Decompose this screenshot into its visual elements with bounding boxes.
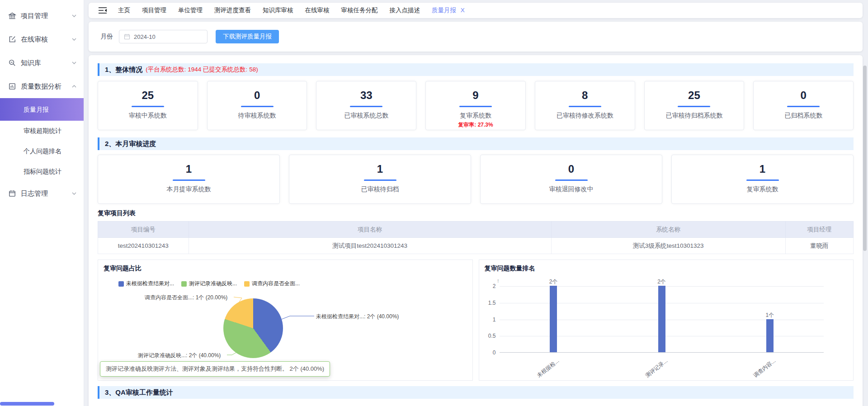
stat-value: 1 <box>672 163 853 175</box>
table-cell: 董晓雨 <box>785 238 853 254</box>
tab-online-review[interactable]: 在线审核 <box>299 6 335 14</box>
sidebar-item-online-review[interactable]: 在线审核 <box>0 28 84 51</box>
bar-value-label: 2个 <box>648 278 675 286</box>
section-overall-header: 1、整体情况 (平台系统总数: 1944 已提交系统总数: 58) <box>98 63 854 76</box>
chevron-down-icon <box>72 192 76 195</box>
horizontal-scrollbar-thumb[interactable] <box>0 402 54 406</box>
stat-value: 0 <box>481 163 662 175</box>
stat-label: 复审系统数 <box>672 185 853 194</box>
month-input-value: 2024-10 <box>134 33 156 40</box>
sidebar-item-log-management[interactable]: 日志管理 <box>0 182 84 205</box>
stat-underline <box>241 106 274 107</box>
sidebar-subitem-review-overdue-stats[interactable]: 审核超期统计 <box>0 121 84 141</box>
tab-close-icon[interactable]: X <box>461 7 465 14</box>
sidebar-subitem-indicator-issue-stats[interactable]: 指标问题统计 <box>0 161 84 182</box>
pie-label-record-accuracy: 测评记录准确反映...: 2个 (40.00%) <box>138 352 221 359</box>
stat-label: 已审核待归档 <box>289 185 471 194</box>
stat-value: 25 <box>98 89 198 102</box>
legend-item[interactable]: 调查内容是否全面... <box>244 280 300 288</box>
sidebar: 项目管理 在线审核 知识库 质量数据分析 质量月报 审核超期统计 个人问题排 <box>0 0 84 406</box>
stat-card: 25已审核待归档系统数 <box>644 81 745 130</box>
knowledge-search-icon <box>8 59 16 67</box>
bar[interactable] <box>658 286 665 352</box>
pie-chart-panel: 复审问题占比 未根据检查结果对...测评记录准确反映...调查内容是否全面...… <box>98 260 473 381</box>
section-title: 2、本月审核进度 <box>105 140 156 148</box>
sidebar-item-label: 在线审核 <box>21 35 72 44</box>
pie-legend: 未根据检查结果对...测评记录准确反映...调查内容是否全面... <box>118 280 300 288</box>
stat-label: 复审系统数 <box>426 112 525 120</box>
sidebar-subitem-quality-monthly-report[interactable]: 质量月报 <box>0 98 84 121</box>
sidebar-item-label: 日志管理 <box>21 189 72 198</box>
col-project-manager: 项目经理 <box>785 222 853 238</box>
bar-chart-panel: 复审问题数量排名 ↑ 00.511.522个未根据检...2个测评记录...1个… <box>479 260 854 381</box>
stat-underline <box>132 106 164 107</box>
legend-item[interactable]: 测评记录准确反映... <box>181 280 237 288</box>
stat-label: 审核退回修改中 <box>481 185 662 194</box>
chevron-down-icon <box>72 14 76 17</box>
sidebar-item-project-management[interactable]: 项目管理 <box>0 4 84 28</box>
tab-knowledge-review[interactable]: 知识库审核 <box>257 6 299 14</box>
chevron-up-icon <box>72 85 76 88</box>
table-row: test202410301243测试项目test202410301243测试3级… <box>98 238 854 254</box>
tab-evaluation-progress[interactable]: 测评进度查看 <box>208 6 257 14</box>
col-system-name: 系统名称 <box>551 222 785 238</box>
table-cell: 测试项目test202410301243 <box>189 238 551 254</box>
y-axis-tick: 0.5 <box>481 333 496 339</box>
month-stats-row: 1本月提审系统数1已审核待归档0审核退回修改中1复审系统数 <box>98 155 854 204</box>
table-header-row: 项目编号 项目名称 系统名称 项目经理 <box>98 222 854 238</box>
tab-unit-management[interactable]: 单位管理 <box>172 6 208 14</box>
stat-value: 1 <box>98 163 279 175</box>
tab-quality-monthly-report[interactable]: 质量月报 X <box>426 6 471 14</box>
pie-tooltip: 测评记录准确反映测评方法、测评对象及测评结果，支持符合性判断。 2个 (40.0… <box>100 361 330 377</box>
edit-icon <box>8 35 16 43</box>
stat-value: 0 <box>754 89 853 102</box>
stat-underline <box>787 106 820 107</box>
bar-plot-area: ↑ 00.511.522个未根据检...2个测评记录...1个调查内容... <box>500 286 824 353</box>
download-report-button[interactable]: 下载测评质量月报 <box>216 30 279 43</box>
y-axis-tick: 2 <box>481 283 496 289</box>
tab-access-point-description[interactable]: 接入点描述 <box>384 6 426 14</box>
sidebar-item-knowledge-base[interactable]: 知识库 <box>0 51 84 75</box>
stat-value: 1 <box>289 163 471 175</box>
stat-underline <box>569 106 601 107</box>
stat-card: 1已审核待归档 <box>289 155 471 204</box>
stat-underline <box>459 106 492 107</box>
table-cell: 测试3级系统test10301323 <box>551 238 785 254</box>
stat-underline <box>746 179 779 181</box>
collapse-menu-icon[interactable] <box>99 7 108 14</box>
table-cell: test202410301243 <box>98 238 189 254</box>
stat-card: 1复审系统数 <box>671 155 854 204</box>
stat-card: 0审核退回修改中 <box>480 155 662 204</box>
pie-chart[interactable] <box>223 298 283 358</box>
stat-card: 9复审系统数复审率: 27.3% <box>425 81 526 130</box>
tab-review-task-assignment[interactable]: 审核任务分配 <box>335 6 384 14</box>
bar-value-label: 1个 <box>756 312 783 319</box>
vertical-scrollbar-thumb[interactable] <box>863 66 867 251</box>
chevron-down-icon <box>72 61 76 64</box>
bar[interactable] <box>766 319 774 353</box>
stat-value: 25 <box>645 89 744 102</box>
stat-underline <box>555 179 588 181</box>
y-axis-tick: 1 <box>481 316 496 323</box>
stat-underline <box>173 179 205 181</box>
section-title: 1、整体情况 <box>105 66 142 74</box>
tab-home[interactable]: 主页 <box>112 6 136 14</box>
stat-label: 待审核系统数 <box>208 112 307 120</box>
legend-item[interactable]: 未根据检查结果对... <box>118 280 174 288</box>
month-input[interactable]: 2024-10 <box>119 30 208 43</box>
bank-icon <box>8 12 16 20</box>
sidebar-item-quality-data-analysis[interactable]: 质量数据分析 <box>0 75 84 98</box>
data-analysis-icon <box>8 82 16 90</box>
bar[interactable] <box>550 286 557 352</box>
col-project-name: 项目名称 <box>189 222 551 238</box>
y-axis-tick: 1.5 <box>481 300 496 306</box>
pie-chart-title: 复审问题占比 <box>104 264 142 273</box>
legend-label: 测评记录准确反映... <box>189 280 237 288</box>
review-project-list-title: 复审项目列表 <box>98 209 854 217</box>
sidebar-subitem-personal-issue-ranking[interactable]: 个人问题排名 <box>0 141 84 161</box>
stat-card: 33已审核系统总数 <box>316 81 416 130</box>
stat-card: 0已归档系统数 <box>753 81 854 130</box>
stat-card: 1本月提审系统数 <box>98 155 280 204</box>
log-calendar-icon <box>8 189 16 198</box>
tab-project-management[interactable]: 项目管理 <box>136 6 172 14</box>
